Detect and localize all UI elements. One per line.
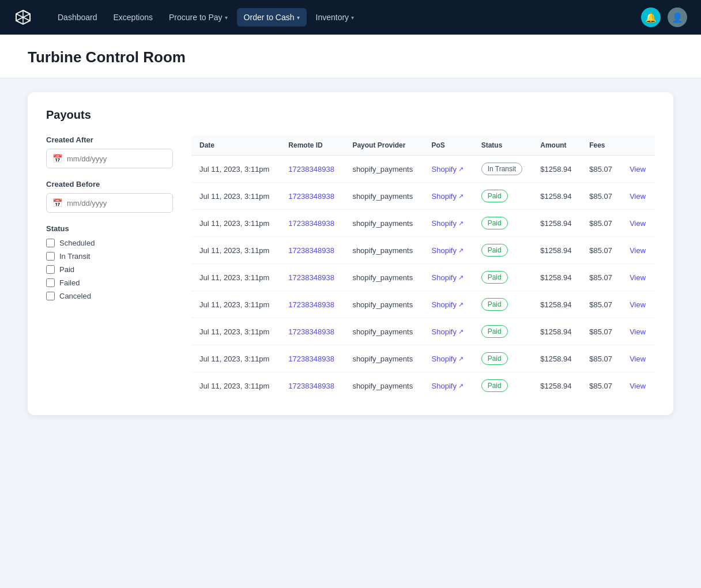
pos-link[interactable]: Shopify ↗	[432, 355, 465, 363]
cell-action[interactable]: View	[621, 291, 655, 318]
cell-status: Paid	[473, 291, 533, 318]
calendar-icon-after: 📅	[52, 154, 62, 163]
cell-fees: $85.07	[581, 156, 621, 183]
view-link[interactable]: View	[630, 273, 646, 282]
cell-remote-id[interactable]: 17238348938	[280, 237, 344, 264]
nav-item-order-to-cash[interactable]: Order to Cash ▾	[237, 8, 307, 27]
cell-action[interactable]: View	[621, 345, 655, 372]
col-fees: Fees	[581, 135, 621, 156]
remote-id-link[interactable]: 17238348938	[288, 300, 334, 309]
checkbox-failed-input[interactable]	[46, 278, 55, 287]
notifications-button[interactable]: 🔔	[641, 7, 661, 27]
pos-link[interactable]: Shopify ↗	[432, 165, 465, 174]
pos-link[interactable]: Shopify ↗	[432, 382, 465, 390]
remote-id-link[interactable]: 17238348938	[288, 192, 334, 201]
user-avatar[interactable]: 👤	[668, 7, 687, 27]
cell-action[interactable]: View	[621, 264, 655, 291]
pos-link[interactable]: Shopify ↗	[432, 246, 465, 255]
nav-item-inventory[interactable]: Inventory ▾	[309, 8, 361, 27]
pos-link[interactable]: Shopify ↗	[432, 219, 465, 228]
checkbox-paid[interactable]: Paid	[46, 265, 173, 274]
cell-action[interactable]: View	[621, 183, 655, 210]
remote-id-link[interactable]: 17238348938	[288, 327, 334, 336]
remote-id-link[interactable]: 17238348938	[288, 246, 334, 255]
remote-id-link[interactable]: 17238348938	[288, 355, 334, 363]
cell-pos[interactable]: Shopify ↗	[424, 237, 473, 264]
cell-fees: $85.07	[581, 183, 621, 210]
created-before-input[interactable]	[67, 199, 167, 208]
cell-pos[interactable]: Shopify ↗	[424, 318, 473, 345]
checkbox-in-transit-input[interactable]	[46, 252, 55, 261]
view-link[interactable]: View	[630, 165, 646, 174]
remote-id-link[interactable]: 17238348938	[288, 382, 334, 390]
pos-link[interactable]: Shopify ↗	[432, 327, 465, 336]
cell-pos[interactable]: Shopify ↗	[424, 291, 473, 318]
status-badge: Paid	[481, 298, 508, 311]
cell-pos[interactable]: Shopify ↗	[424, 156, 473, 183]
checkbox-failed[interactable]: Failed	[46, 278, 173, 287]
remote-id-link[interactable]: 17238348938	[288, 219, 334, 228]
cell-pos[interactable]: Shopify ↗	[424, 372, 473, 399]
cell-fees: $85.07	[581, 372, 621, 399]
view-link[interactable]: View	[630, 382, 646, 390]
nav-item-procure-to-pay[interactable]: Procure to Pay ▾	[162, 8, 235, 27]
cell-remote-id[interactable]: 17238348938	[280, 372, 344, 399]
created-after-input[interactable]	[67, 154, 167, 163]
cell-remote-id[interactable]: 17238348938	[280, 291, 344, 318]
cell-pos[interactable]: Shopify ↗	[424, 183, 473, 210]
cell-remote-id[interactable]: 17238348938	[280, 156, 344, 183]
view-link[interactable]: View	[630, 192, 646, 201]
cell-action[interactable]: View	[621, 237, 655, 264]
table-row: Jul 11, 2023, 3:11pm 17238348938 shopify…	[191, 156, 655, 183]
view-link[interactable]: View	[630, 327, 646, 336]
cell-pos[interactable]: Shopify ↗	[424, 345, 473, 372]
cell-action[interactable]: View	[621, 210, 655, 237]
nav-item-dashboard[interactable]: Dashboard	[51, 8, 104, 27]
cell-status: Paid	[473, 372, 533, 399]
view-link[interactable]: View	[630, 219, 646, 228]
cell-pos[interactable]: Shopify ↗	[424, 264, 473, 291]
external-link-icon: ↗	[458, 193, 463, 200]
nav-item-exceptions[interactable]: Exceptions	[107, 8, 160, 27]
checkbox-scheduled-input[interactable]	[46, 239, 55, 247]
view-link[interactable]: View	[630, 246, 646, 255]
cell-action[interactable]: View	[621, 372, 655, 399]
checkbox-scheduled-label: Scheduled	[59, 239, 95, 247]
payouts-card: Payouts Created After 📅 Created Before 📅	[28, 92, 673, 415]
payouts-layout: Created After 📅 Created Before 📅 Status	[46, 135, 655, 399]
status-filter-group: Status Scheduled In Transit Paid	[46, 224, 173, 300]
created-after-input-wrapper[interactable]: 📅	[46, 149, 173, 168]
checkbox-in-transit[interactable]: In Transit	[46, 252, 173, 261]
cell-action[interactable]: View	[621, 156, 655, 183]
cell-fees: $85.07	[581, 318, 621, 345]
status-badge: In Transit	[481, 163, 522, 175]
cell-remote-id[interactable]: 17238348938	[280, 345, 344, 372]
cell-remote-id[interactable]: 17238348938	[280, 210, 344, 237]
procure-to-pay-chevron-icon: ▾	[225, 14, 228, 21]
cell-date: Jul 11, 2023, 3:11pm	[191, 318, 280, 345]
checkbox-canceled-input[interactable]	[46, 292, 55, 300]
logo[interactable]	[14, 8, 32, 27]
remote-id-link[interactable]: 17238348938	[288, 273, 334, 282]
checkbox-canceled[interactable]: Canceled	[46, 292, 173, 300]
status-filter-label: Status	[46, 224, 173, 233]
created-before-input-wrapper[interactable]: 📅	[46, 193, 173, 213]
cell-remote-id[interactable]: 17238348938	[280, 318, 344, 345]
created-before-label: Created Before	[46, 180, 173, 189]
remote-id-link[interactable]: 17238348938	[288, 165, 334, 174]
cell-pos[interactable]: Shopify ↗	[424, 210, 473, 237]
status-badge: Paid	[481, 244, 508, 257]
cell-remote-id[interactable]: 17238348938	[280, 183, 344, 210]
checkbox-paid-input[interactable]	[46, 265, 55, 274]
cell-amount: $1258.94	[532, 372, 581, 399]
view-link[interactable]: View	[630, 355, 646, 363]
avatar-icon: 👤	[672, 12, 683, 23]
view-link[interactable]: View	[630, 300, 646, 309]
pos-link[interactable]: Shopify ↗	[432, 192, 465, 201]
table-row: Jul 11, 2023, 3:11pm 17238348938 shopify…	[191, 345, 655, 372]
cell-remote-id[interactable]: 17238348938	[280, 264, 344, 291]
checkbox-scheduled[interactable]: Scheduled	[46, 239, 173, 247]
pos-link[interactable]: Shopify ↗	[432, 300, 465, 309]
pos-link[interactable]: Shopify ↗	[432, 273, 465, 282]
cell-action[interactable]: View	[621, 318, 655, 345]
